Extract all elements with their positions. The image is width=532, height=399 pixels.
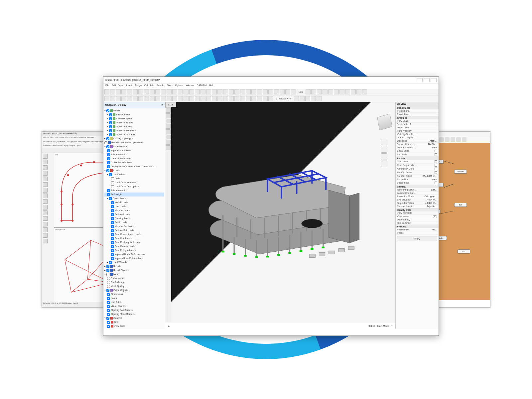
gh-node[interactable]: Member [454,170,467,174]
svg-rect-40 [309,254,315,257]
svg-rect-24 [255,256,258,258]
svg-rect-29 [311,248,313,250]
building-model [195,132,362,296]
main-title-text: Dlubal RFEM | 6.02.0051 | 001315_RFEM_Re… [105,79,160,81]
viewport-tab[interactable]: LC1 [165,102,176,107]
viewport-toolbar[interactable] [165,107,171,322]
svg-rect-42 [329,251,335,254]
svg-rect-21 [221,251,224,252]
close-icon[interactable]: ✕ [161,104,163,106]
view-cube[interactable] [377,114,392,130]
svg-point-5 [93,161,95,163]
svg-rect-30 [322,247,325,248]
main-window: Dlubal RFEM | 6.02.0051 | 001315_RFEM_Re… [103,76,439,336]
maximize-icon [424,78,430,82]
close-icon [431,78,437,82]
svg-rect-44 [348,246,354,250]
rhino-tool-palette[interactable] [42,153,54,302]
toolbar-2[interactable]: 1 - Global XYZ [103,95,439,102]
svg-point-3 [67,174,69,176]
svg-point-4 [80,165,82,167]
svg-rect-22 [233,253,235,255]
main-menu[interactable]: FileEditViewInsertAssignCalculateResults… [103,83,439,89]
svg-rect-25 [266,256,269,257]
svg-rect-27 [288,252,291,254]
gh-node[interactable]: Surf [454,203,467,207]
viewport-status: ◈ ❑ ▦ ⊞Main Model▾ [165,323,395,329]
navigator-header: Navigator - Display✕ [103,102,165,108]
svg-rect-43 [338,249,344,252]
svg-rect-28 [300,250,302,252]
3d-viewport[interactable]: LC1 [165,102,395,329]
svg-point-9 [71,203,73,205]
svg-rect-23 [244,255,246,257]
svg-point-1 [61,203,63,205]
svg-rect-41 [319,252,325,256]
apply-button[interactable]: Apply [397,236,437,241]
view-nav-wheel[interactable] [381,139,389,167]
svg-point-8 [71,220,73,222]
props-header: 3D View [396,102,439,106]
svg-point-2 [61,191,63,193]
svg-rect-26 [277,254,280,256]
main-titlebar: Dlubal RFEM | 6.02.0051 | 001315_RFEM_Re… [103,77,439,83]
svg-point-39 [302,219,323,228]
navigator-panel: Navigator - Display✕ ▾Model ▸Basic Objec… [103,102,165,329]
properties-panel: 3D View Constraints Projektbere… Projekt… [395,102,439,329]
gh-node[interactable]: Out [458,249,470,253]
minimize-icon [417,78,423,82]
navigator-tree[interactable]: ▾Model ▸Basic Objects ▸Special Objects ▸… [103,108,165,329]
window-controls[interactable] [417,78,437,82]
svg-point-0 [61,220,63,222]
toolbar-1[interactable]: LC1 [103,89,439,95]
